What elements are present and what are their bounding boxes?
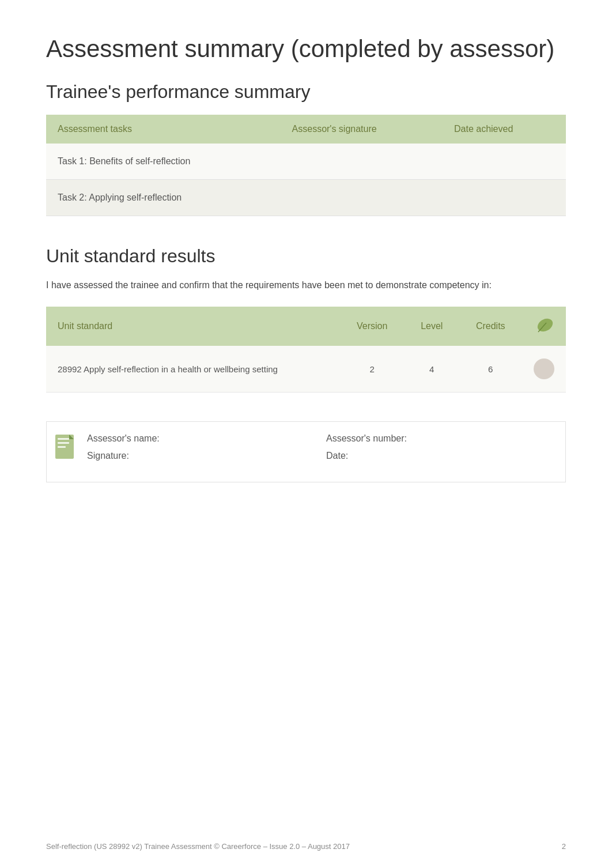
unit-col-level: Level: [405, 307, 459, 346]
task-2-date[interactable]: [443, 179, 566, 216]
main-title: Assessment summary (completed by assesso…: [46, 35, 566, 63]
unit-col-version: Version: [339, 307, 405, 346]
date-label: Date:: [326, 451, 554, 461]
table-row: 28992 Apply self-reflection in a health …: [46, 346, 566, 393]
svg-rect-3: [58, 438, 69, 440]
task-1-signature[interactable]: [281, 144, 443, 180]
perf-col-signature: Assessor's signature: [281, 115, 443, 144]
assessors-number-label: Assessor's number:: [326, 433, 554, 444]
oval-button[interactable]: [534, 358, 554, 379]
unit-standard-title: Unit standard results: [46, 245, 566, 267]
unit-col-standard: Unit standard: [46, 307, 339, 346]
unit-col-action: [522, 307, 566, 346]
unit-level: 4: [405, 346, 459, 393]
assessors-name-label: Assessor's name:: [87, 433, 315, 444]
unit-standard-description: I have assessed the trainee and confirm …: [46, 278, 566, 292]
document-icon: [53, 433, 81, 470]
task-1-date[interactable]: [443, 144, 566, 180]
unit-col-credits: Credits: [459, 307, 523, 346]
footer-page-number: 2: [562, 842, 566, 851]
leaf-icon: [534, 316, 554, 337]
assessor-icon-container: [47, 433, 87, 470]
signature-label: Signature:: [87, 451, 315, 461]
assessor-fields: Assessor's name: Assessor's number: Sign…: [87, 433, 554, 461]
assessor-section: Assessor's name: Assessor's number: Sign…: [46, 421, 566, 482]
task-1-label: Task 1: Benefits of self-reflection: [46, 144, 281, 180]
task-2-signature[interactable]: [281, 179, 443, 216]
table-row: Task 1: Benefits of self-reflection: [46, 144, 566, 180]
performance-summary-section: Trainee's performance summary Assessment…: [46, 81, 566, 216]
unit-standard-name: 28992 Apply self-reflection in a health …: [46, 346, 339, 393]
perf-col-tasks: Assessment tasks: [46, 115, 281, 144]
footer-copyright: Self-reflection (US 28992 v2) Trainee As…: [46, 842, 350, 851]
svg-rect-5: [58, 446, 66, 448]
performance-summary-title: Trainee's performance summary: [46, 81, 566, 103]
unit-row-action[interactable]: [522, 346, 566, 393]
performance-table: Assessment tasks Assessor's signature Da…: [46, 115, 566, 216]
unit-version: 2: [339, 346, 405, 393]
page-container: Assessment summary (completed by assesso…: [0, 0, 612, 529]
perf-col-date: Date achieved: [443, 115, 566, 144]
unit-standard-section: Unit standard results I have assessed th…: [46, 245, 566, 393]
page-footer: Self-reflection (US 28992 v2) Trainee As…: [46, 842, 566, 851]
unit-standard-table: Unit standard Version Level Credits: [46, 307, 566, 393]
unit-credits: 6: [459, 346, 523, 393]
svg-rect-4: [58, 442, 69, 444]
table-row: Task 2: Applying self-reflection: [46, 179, 566, 216]
task-2-label: Task 2: Applying self-reflection: [46, 179, 281, 216]
